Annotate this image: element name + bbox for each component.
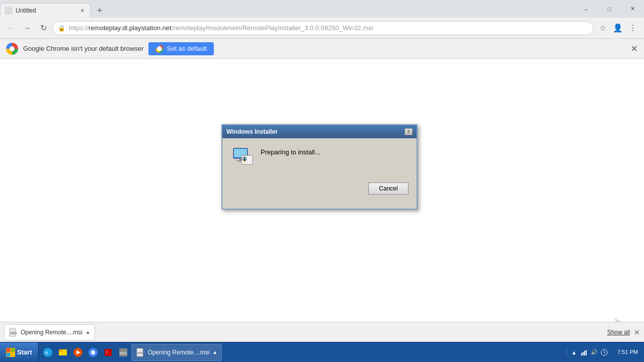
url-path: /remoteplay/module/win/RemotePlayInstall… xyxy=(172,24,373,32)
minimize-button[interactable]: – xyxy=(575,0,598,18)
bookmark-button[interactable]: ☆ xyxy=(596,21,610,35)
download-bar-close-button[interactable]: ✕ xyxy=(634,328,640,336)
browser-window: Untitled ✕ + – □ ✕ ← → ↻ 🔒 https://remot… xyxy=(0,0,644,362)
url-protocol: https:// xyxy=(69,24,89,32)
download-file-icon: MSI xyxy=(9,328,18,337)
tab-favicon xyxy=(5,7,13,15)
svg-rect-16 xyxy=(11,353,15,356)
installer-dialog: Windows Installer ? xyxy=(221,124,418,210)
reload-button[interactable]: ↻ xyxy=(36,21,50,35)
sys-tray-volume-icon[interactable]: 🔊 xyxy=(590,348,598,356)
cancel-button[interactable]: Cancel xyxy=(368,183,409,195)
sys-tray-network-icon[interactable] xyxy=(580,348,588,356)
taskbar-task-chevron-icon: ▲ xyxy=(212,349,217,355)
chrome-logo-icon xyxy=(6,43,18,55)
system-clock: 7:51 PM xyxy=(615,348,640,355)
download-bar-right: Show all ✕ xyxy=(607,328,640,336)
dialog-help-button[interactable]: ? xyxy=(405,128,413,135)
window-controls: – □ ✕ xyxy=(575,0,644,18)
menu-button[interactable]: ⋮ xyxy=(626,21,640,35)
forward-button[interactable]: → xyxy=(20,21,34,35)
dialog-title: Windows Installer xyxy=(226,128,278,135)
security-icon: 🔒 xyxy=(58,25,65,32)
preparing-text: Preparing to install... xyxy=(261,146,320,156)
taskbar: Start e xyxy=(0,342,644,362)
toolbar: ← → ↻ 🔒 https://remoteplay.dl.playstatio… xyxy=(0,18,644,39)
svg-rect-20 xyxy=(59,349,62,352)
svg-text:MSI: MSI xyxy=(137,351,143,354)
start-button[interactable]: Start xyxy=(0,342,39,363)
maximize-button[interactable]: □ xyxy=(598,0,621,18)
svg-text:!: ! xyxy=(106,350,108,355)
dialog-footer: Cancel xyxy=(230,178,409,195)
svg-rect-33 xyxy=(584,351,585,355)
taskbar-download-task[interactable]: MSI Opening Remote....msi ▲ xyxy=(131,344,222,361)
dialog-content: Preparing to install... xyxy=(230,146,409,170)
svg-point-24 xyxy=(91,350,95,354)
download-bar: MSI Opening Remote....msi ▲ Show all ✕ xyxy=(0,322,644,342)
taskbar-security-icon[interactable]: ! xyxy=(101,345,115,359)
installer-icon xyxy=(230,146,255,170)
dialog-body: Preparing to install... Cancel xyxy=(222,138,417,209)
svg-rect-34 xyxy=(586,350,587,355)
info-bar-close-button[interactable]: ✕ xyxy=(630,43,638,54)
set-default-button[interactable]: Set as default xyxy=(148,42,214,55)
download-item[interactable]: MSI Opening Remote....msi ▲ xyxy=(4,324,95,340)
back-button[interactable]: ← xyxy=(4,21,18,35)
svg-rect-15 xyxy=(7,353,10,356)
address-bar[interactable]: 🔒 https://remoteplay.dl.playstation.net/… xyxy=(52,21,594,35)
show-all-button[interactable]: Show all xyxy=(607,329,630,336)
dialog-controls: ? xyxy=(405,128,413,135)
chrome-logo-small-icon xyxy=(155,45,164,53)
start-icon xyxy=(6,348,15,357)
start-label: Start xyxy=(17,348,32,356)
close-button[interactable]: ✕ xyxy=(621,0,644,18)
address-text: https://remoteplay.dl.playstation.net/re… xyxy=(69,24,587,32)
svg-rect-32 xyxy=(583,352,584,355)
taskbar-ie-icon[interactable]: e xyxy=(41,345,55,359)
download-expand-icon[interactable]: ▲ xyxy=(86,329,91,335)
svg-text:MSI: MSI xyxy=(120,351,127,355)
profile-button[interactable]: 👤 xyxy=(611,21,625,35)
taskbar-task-icon: MSI xyxy=(136,348,145,357)
taskbar-right: ▲ 🔊 7:51 PM xyxy=(562,348,644,356)
taskbar-msi-icon[interactable]: MSI xyxy=(116,345,130,359)
taskbar-media-icon[interactable] xyxy=(71,345,85,359)
info-bar: Google Chrome isn't your default browser… xyxy=(0,39,644,59)
new-tab-button[interactable]: + xyxy=(93,4,107,18)
tab-title: Untitled xyxy=(16,7,76,14)
taskbar-explorer-icon[interactable] xyxy=(56,345,70,359)
taskbar-task-label: Opening Remote....msi xyxy=(148,349,210,356)
taskbar-items: e ! xyxy=(39,344,562,361)
info-message: Google Chrome isn't your default browser xyxy=(23,45,143,52)
content-area: Windows Installer ? xyxy=(0,59,644,362)
taskbar-chrome-icon[interactable] xyxy=(86,345,100,359)
svg-rect-13 xyxy=(7,348,10,352)
svg-rect-31 xyxy=(581,353,582,355)
title-bar: Untitled ✕ + – □ ✕ xyxy=(0,0,644,18)
sys-tray: ▲ 🔊 xyxy=(567,348,611,356)
active-tab[interactable]: Untitled ✕ xyxy=(0,3,91,18)
svg-rect-14 xyxy=(11,348,15,352)
svg-line-37 xyxy=(604,352,605,353)
sys-tray-expand-icon[interactable]: ▲ xyxy=(570,348,578,356)
tab-strip: Untitled ✕ + xyxy=(0,0,107,18)
sys-tray-clock-icon xyxy=(600,348,608,356)
toolbar-right: ☆ 👤 ⋮ xyxy=(596,21,640,35)
tab-close-button[interactable]: ✕ xyxy=(78,7,86,15)
download-filename: Opening Remote....msi xyxy=(21,329,83,336)
url-domain: remoteplay.dl.playstation.net xyxy=(89,24,172,32)
dialog-titlebar: Windows Installer ? xyxy=(222,125,417,138)
svg-text:e: e xyxy=(45,350,48,355)
clock-time: 7:51 PM xyxy=(617,348,638,355)
svg-rect-0 xyxy=(5,7,13,15)
svg-text:MSI: MSI xyxy=(11,331,17,335)
